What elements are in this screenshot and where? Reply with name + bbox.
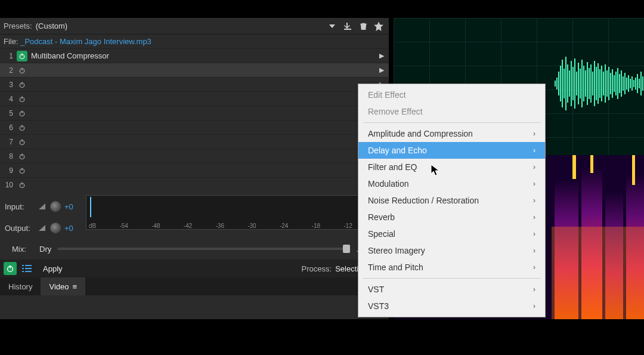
rack-slot-2[interactable]: 2▶ xyxy=(0,63,389,77)
ctx-plugin-vst[interactable]: VST› xyxy=(358,281,545,298)
rack-slot-4[interactable]: 4▶ xyxy=(0,91,389,106)
rack-slot-menu-icon[interactable]: ▶ xyxy=(377,52,386,60)
svg-rect-32 xyxy=(562,60,563,107)
svg-rect-58 xyxy=(608,67,609,100)
svg-rect-77 xyxy=(642,76,643,91)
svg-rect-42 xyxy=(580,69,581,98)
svg-rect-76 xyxy=(640,72,642,95)
ctx-item-label: Special xyxy=(368,229,533,239)
io-block: Input: +0 Output: +0 dB-54-48-42-36-30-2… xyxy=(0,195,389,236)
mix-slider[interactable] xyxy=(57,248,350,250)
svg-rect-37 xyxy=(571,61,572,106)
rack-slot-5[interactable]: 5▶ xyxy=(0,106,389,120)
svg-rect-35 xyxy=(567,64,568,103)
ctx-group-filter-and-eq[interactable]: Filter and EQ› xyxy=(358,159,545,175)
ctx-group-amplitude-and-compression[interactable]: Amplitude and Compression› xyxy=(358,125,545,142)
svg-rect-74 xyxy=(637,74,638,93)
ctx-plugin-vst3[interactable]: VST3› xyxy=(358,298,545,314)
ctx-group-noise-reduction-restoration[interactable]: Noise Reduction / Restoration› xyxy=(358,192,545,209)
svg-rect-36 xyxy=(569,70,570,97)
svg-rect-72 xyxy=(633,80,634,87)
output-value[interactable]: +0 xyxy=(64,224,82,233)
submenu-arrow-icon: › xyxy=(533,146,535,155)
mix-slider-thumb[interactable] xyxy=(343,245,350,253)
presets-bar: Presets: (Custom) xyxy=(0,18,389,35)
output-ramp-icon xyxy=(38,224,47,232)
rack-power-toggle[interactable] xyxy=(17,137,27,147)
favorite-icon[interactable] xyxy=(372,20,385,33)
ctx-item-label: Remove Effect xyxy=(368,107,535,116)
rack-power-toggle[interactable] xyxy=(17,122,27,133)
meter-tick: -54 xyxy=(119,223,128,229)
rack-power-toggle[interactable] xyxy=(17,79,27,90)
svg-rect-46 xyxy=(587,62,588,105)
output-label: Output: xyxy=(5,224,35,233)
rack-slot-7[interactable]: 7▶ xyxy=(0,134,389,149)
svg-rect-1 xyxy=(21,53,22,56)
svg-rect-23 xyxy=(25,265,32,266)
svg-rect-88 xyxy=(590,155,593,173)
level-meter: dB-54-48-42-36-30-24-18-12-6 xyxy=(86,195,384,230)
process-label: Process: xyxy=(302,264,332,273)
svg-rect-45 xyxy=(585,70,586,97)
rack-slot-number: 6 xyxy=(2,124,14,132)
ctx-group-time-and-pitch[interactable]: Time and Pitch› xyxy=(358,259,545,276)
rack-slot-number: 5 xyxy=(2,109,14,118)
svg-rect-47 xyxy=(589,68,590,99)
rack-power-toggle[interactable] xyxy=(17,180,27,190)
presets-value[interactable]: (Custom) xyxy=(36,21,323,30)
rack-power-toggle[interactable] xyxy=(17,51,27,61)
rack-slot-number: 1 xyxy=(2,52,14,60)
waveform-graphic xyxy=(555,54,644,113)
rack-slot-10[interactable]: 10▶ xyxy=(0,177,389,192)
apply-button[interactable]: Apply xyxy=(43,264,63,273)
rack-power-toggle[interactable] xyxy=(17,165,27,176)
ctx-group-modulation[interactable]: Modulation› xyxy=(358,175,545,192)
svg-rect-49 xyxy=(592,72,593,95)
presets-dropdown-icon[interactable] xyxy=(326,20,339,33)
delete-preset-icon[interactable] xyxy=(357,20,370,33)
rack-slot-6[interactable]: 6▶ xyxy=(0,120,389,134)
tab-menu-icon[interactable]: ≡ xyxy=(72,282,77,291)
rack-power-toggle[interactable] xyxy=(17,94,27,104)
ctx-item-label: Time and Pitch xyxy=(368,263,533,272)
svg-rect-89 xyxy=(632,155,635,185)
rack-power-toggle[interactable] xyxy=(17,65,27,76)
rack-slot-8[interactable]: 8▶ xyxy=(0,149,389,163)
svg-rect-29 xyxy=(556,78,558,89)
output-knob[interactable] xyxy=(50,223,61,233)
rack-slot-number: 4 xyxy=(2,95,14,103)
svg-rect-28 xyxy=(555,81,556,87)
rack-slot-3[interactable]: 3▶ xyxy=(0,77,389,91)
rack-power-toggle[interactable] xyxy=(17,108,27,119)
rack-power-toggle[interactable] xyxy=(17,151,27,162)
rack-power-button[interactable] xyxy=(4,262,17,275)
svg-rect-22 xyxy=(22,265,24,266)
svg-rect-41 xyxy=(578,63,579,104)
input-value[interactable]: +0 xyxy=(64,202,82,211)
ctx-group-special[interactable]: Special› xyxy=(358,226,545,242)
effects-context-menu[interactable]: Edit EffectRemove EffectAmplitude and Co… xyxy=(358,84,546,317)
rack-slot-number: 2 xyxy=(2,66,14,75)
input-knob[interactable] xyxy=(50,201,61,212)
svg-rect-19 xyxy=(21,182,22,185)
svg-rect-33 xyxy=(564,69,565,98)
meter-tick: -24 xyxy=(280,223,288,229)
rack-slot-1[interactable]: 1Multiband Compressor▶ xyxy=(0,48,389,63)
svg-rect-52 xyxy=(597,63,599,104)
list-view-icon[interactable] xyxy=(20,262,33,275)
rack-slot-menu-icon[interactable]: ▶ xyxy=(377,66,386,74)
rack-slot-number: 8 xyxy=(2,152,14,160)
rack-slot-9[interactable]: 9▶ xyxy=(0,163,389,177)
svg-rect-31 xyxy=(560,66,561,101)
ctx-group-delay-and-echo[interactable]: Delay and Echo› xyxy=(358,142,545,159)
import-preset-icon[interactable] xyxy=(341,20,354,33)
rack-slot-number: 10 xyxy=(2,181,14,189)
svg-rect-64 xyxy=(619,74,620,93)
bottom-bar: Apply Process: Selection Only xyxy=(0,260,389,277)
ctx-group-reverb[interactable]: Reverb› xyxy=(358,209,545,226)
tab-video[interactable]: Video ≡ xyxy=(41,277,85,295)
tab-history[interactable]: History xyxy=(0,277,41,295)
ctx-group-stereo-imagery[interactable]: Stereo Imagery› xyxy=(358,242,545,259)
submenu-arrow-icon: › xyxy=(533,302,535,310)
